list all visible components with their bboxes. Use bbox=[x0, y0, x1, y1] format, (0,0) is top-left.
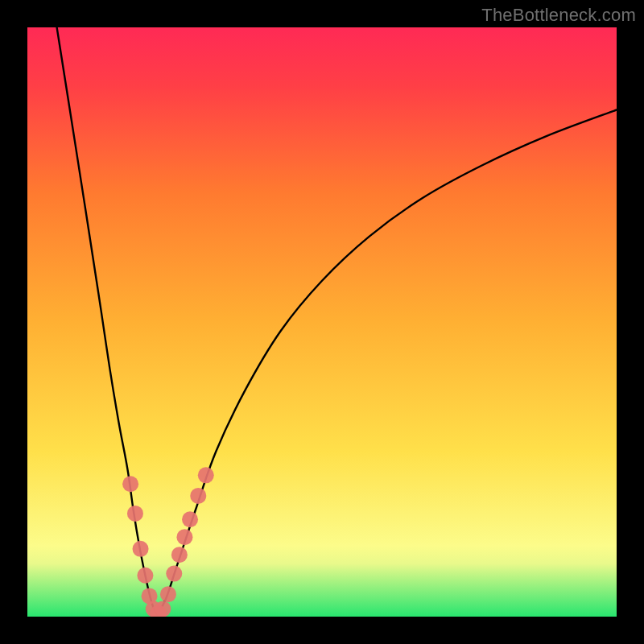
marker-point bbox=[190, 488, 206, 504]
marker-point bbox=[166, 566, 182, 582]
marker-point bbox=[176, 529, 192, 545]
bottleneck-chart bbox=[27, 27, 617, 617]
marker-point bbox=[122, 476, 138, 492]
gradient-background bbox=[27, 27, 617, 617]
marker-point bbox=[127, 506, 143, 522]
watermark-text: TheBottleneck.com bbox=[481, 5, 636, 26]
marker-point bbox=[160, 586, 176, 602]
marker-point bbox=[133, 541, 149, 557]
chart-frame: TheBottleneck.com bbox=[0, 0, 644, 644]
marker-point bbox=[171, 547, 188, 563]
marker-point bbox=[182, 511, 198, 527]
plot-area bbox=[27, 27, 617, 617]
marker-point bbox=[198, 467, 214, 483]
marker-point bbox=[137, 568, 153, 584]
marker-point bbox=[155, 601, 171, 617]
